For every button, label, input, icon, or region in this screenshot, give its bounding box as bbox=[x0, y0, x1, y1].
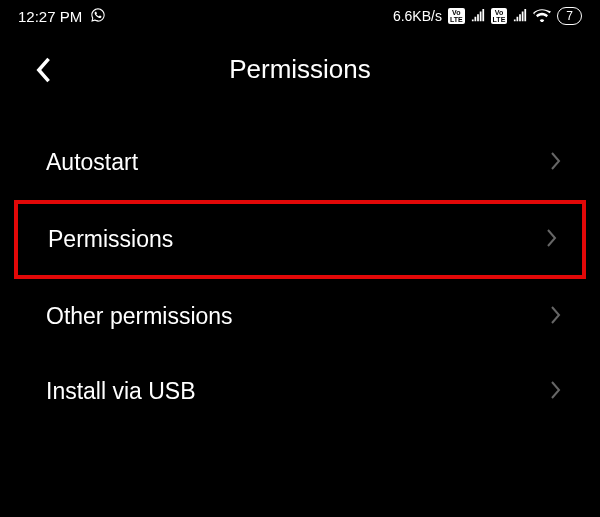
signal-icon-1 bbox=[471, 8, 485, 25]
signal-icon-2 bbox=[513, 8, 527, 25]
list-item-permissions[interactable]: Permissions bbox=[14, 200, 586, 279]
list-item-label: Other permissions bbox=[46, 303, 233, 330]
settings-list: Autostart Permissions Other permissions … bbox=[0, 113, 600, 441]
list-item-install-usb[interactable]: Install via USB bbox=[0, 354, 600, 429]
chevron-right-icon bbox=[550, 151, 562, 175]
back-button[interactable] bbox=[34, 56, 52, 84]
wifi-icon bbox=[533, 8, 551, 25]
volte-badge: VoLTE bbox=[448, 8, 465, 24]
whatsapp-icon bbox=[90, 7, 106, 26]
chevron-right-icon bbox=[550, 380, 562, 404]
status-bar: 12:27 PM 6.6KB/s VoLTE VoLTE 7 bbox=[0, 0, 600, 32]
battery-level: 7 bbox=[566, 9, 573, 23]
list-item-label: Permissions bbox=[48, 226, 173, 253]
chevron-right-icon bbox=[550, 305, 562, 329]
chevron-right-icon bbox=[546, 228, 558, 252]
list-item-autostart[interactable]: Autostart bbox=[0, 125, 600, 200]
list-item-label: Autostart bbox=[46, 149, 138, 176]
volte-badge-2: VoLTE bbox=[491, 8, 508, 24]
header: Permissions bbox=[0, 32, 600, 113]
status-time: 12:27 PM bbox=[18, 8, 82, 25]
list-item-other-permissions[interactable]: Other permissions bbox=[0, 279, 600, 354]
status-left: 12:27 PM bbox=[18, 7, 106, 26]
battery-icon: 7 bbox=[557, 7, 582, 25]
data-speed: 6.6KB/s bbox=[393, 8, 442, 24]
status-right: 6.6KB/s VoLTE VoLTE 7 bbox=[393, 7, 582, 25]
page-title: Permissions bbox=[229, 54, 371, 85]
list-item-label: Install via USB bbox=[46, 378, 196, 405]
